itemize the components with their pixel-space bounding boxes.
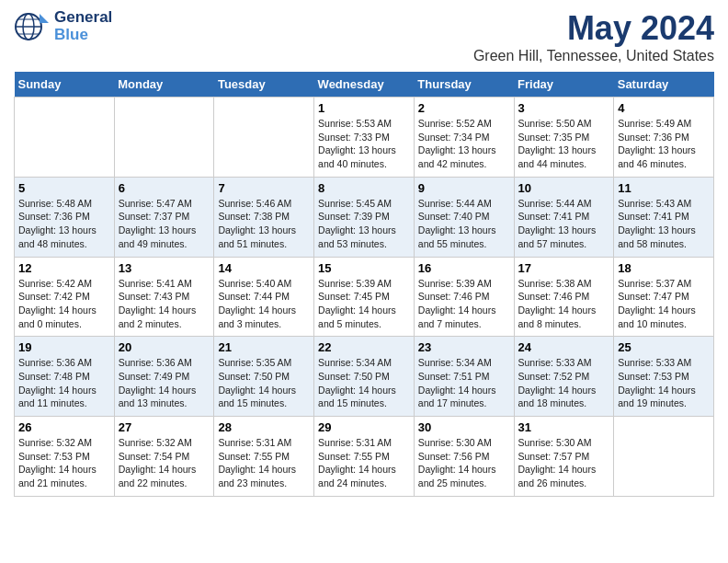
calendar-cell: 12Sunrise: 5:42 AM Sunset: 7:42 PM Dayli…: [15, 257, 115, 337]
day-number: 24: [518, 340, 610, 354]
day-number: 14: [218, 261, 310, 275]
calendar-cell: 16Sunrise: 5:39 AM Sunset: 7:46 PM Dayli…: [414, 257, 514, 337]
day-number: 28: [218, 420, 310, 434]
day-number: 20: [119, 340, 210, 354]
day-info: Sunrise: 5:31 AM Sunset: 7:55 PM Dayligh…: [318, 436, 410, 490]
day-number: 18: [618, 261, 710, 275]
day-info: Sunrise: 5:37 AM Sunset: 7:47 PM Dayligh…: [618, 277, 710, 331]
calendar-cell: 15Sunrise: 5:39 AM Sunset: 7:45 PM Dayli…: [314, 257, 415, 337]
calendar-cell: 13Sunrise: 5:41 AM Sunset: 7:43 PM Dayli…: [114, 257, 214, 337]
day-number: 1: [318, 101, 410, 115]
calendar-cell: [15, 98, 115, 178]
day-number: 16: [418, 261, 510, 275]
day-number: 12: [18, 261, 110, 275]
day-number: 17: [518, 261, 610, 275]
day-info: Sunrise: 5:32 AM Sunset: 7:53 PM Dayligh…: [18, 436, 110, 490]
day-number: 19: [18, 340, 110, 354]
calendar-cell: 19Sunrise: 5:36 AM Sunset: 7:48 PM Dayli…: [15, 337, 115, 417]
day-info: Sunrise: 5:42 AM Sunset: 7:42 PM Dayligh…: [18, 277, 110, 331]
calendar-cell: 1Sunrise: 5:53 AM Sunset: 7:33 PM Daylig…: [314, 98, 415, 178]
calendar-cell: 5Sunrise: 5:48 AM Sunset: 7:36 PM Daylig…: [15, 177, 115, 257]
calendar-cell: 14Sunrise: 5:40 AM Sunset: 7:44 PM Dayli…: [214, 257, 314, 337]
day-info: Sunrise: 5:43 AM Sunset: 7:41 PM Dayligh…: [618, 197, 710, 251]
day-info: Sunrise: 5:41 AM Sunset: 7:43 PM Dayligh…: [119, 277, 210, 331]
day-number: 25: [618, 340, 710, 354]
day-info: Sunrise: 5:32 AM Sunset: 7:54 PM Dayligh…: [119, 436, 210, 490]
calendar-cell: 8Sunrise: 5:45 AM Sunset: 7:39 PM Daylig…: [314, 177, 415, 257]
header-day-sunday: Sunday: [15, 72, 115, 98]
day-info: Sunrise: 5:38 AM Sunset: 7:46 PM Dayligh…: [518, 277, 610, 331]
week-row-4: 19Sunrise: 5:36 AM Sunset: 7:48 PM Dayli…: [15, 337, 714, 417]
day-info: Sunrise: 5:48 AM Sunset: 7:36 PM Dayligh…: [18, 197, 110, 251]
calendar-cell: [114, 98, 214, 178]
day-info: Sunrise: 5:46 AM Sunset: 7:38 PM Dayligh…: [218, 197, 310, 251]
calendar-cell: 28Sunrise: 5:31 AM Sunset: 7:55 PM Dayli…: [214, 417, 314, 497]
main-title: May 2024: [473, 9, 714, 48]
header-row: SundayMondayTuesdayWednesdayThursdayFrid…: [15, 72, 714, 98]
week-row-2: 5Sunrise: 5:48 AM Sunset: 7:36 PM Daylig…: [15, 177, 714, 257]
day-info: Sunrise: 5:33 AM Sunset: 7:52 PM Dayligh…: [518, 356, 610, 410]
calendar-cell: 6Sunrise: 5:47 AM Sunset: 7:37 PM Daylig…: [114, 177, 214, 257]
day-info: Sunrise: 5:47 AM Sunset: 7:37 PM Dayligh…: [119, 197, 210, 251]
calendar-cell: 4Sunrise: 5:49 AM Sunset: 7:36 PM Daylig…: [614, 98, 714, 178]
page-header: General Blue May 2024 Green Hill, Tennes…: [14, 9, 714, 64]
day-info: Sunrise: 5:44 AM Sunset: 7:40 PM Dayligh…: [418, 197, 510, 251]
day-number: 11: [618, 181, 710, 195]
logo-line2: Blue: [54, 27, 112, 44]
day-info: Sunrise: 5:39 AM Sunset: 7:45 PM Dayligh…: [318, 277, 410, 331]
week-row-3: 12Sunrise: 5:42 AM Sunset: 7:42 PM Dayli…: [15, 257, 714, 337]
day-number: 13: [119, 261, 210, 275]
subtitle: Green Hill, Tennessee, United States: [473, 48, 714, 64]
day-info: Sunrise: 5:52 AM Sunset: 7:34 PM Dayligh…: [418, 117, 510, 171]
calendar-cell: 11Sunrise: 5:43 AM Sunset: 7:41 PM Dayli…: [614, 177, 714, 257]
day-info: Sunrise: 5:40 AM Sunset: 7:44 PM Dayligh…: [218, 277, 310, 331]
day-number: 23: [418, 340, 510, 354]
day-number: 9: [418, 181, 510, 195]
header-day-wednesday: Wednesday: [314, 72, 415, 98]
calendar-cell: 22Sunrise: 5:34 AM Sunset: 7:50 PM Dayli…: [314, 337, 415, 417]
calendar-cell: 29Sunrise: 5:31 AM Sunset: 7:55 PM Dayli…: [314, 417, 415, 497]
day-info: Sunrise: 5:30 AM Sunset: 7:56 PM Dayligh…: [418, 436, 510, 490]
calendar-body: 1Sunrise: 5:53 AM Sunset: 7:33 PM Daylig…: [15, 98, 714, 497]
calendar-cell: 3Sunrise: 5:50 AM Sunset: 7:35 PM Daylig…: [514, 98, 614, 178]
day-info: Sunrise: 5:30 AM Sunset: 7:57 PM Dayligh…: [518, 436, 610, 490]
calendar-cell: 18Sunrise: 5:37 AM Sunset: 7:47 PM Dayli…: [614, 257, 714, 337]
day-number: 6: [119, 181, 210, 195]
day-number: 2: [418, 101, 510, 115]
header-day-friday: Friday: [514, 72, 614, 98]
calendar-cell: 24Sunrise: 5:33 AM Sunset: 7:52 PM Dayli…: [514, 337, 614, 417]
calendar-cell: [614, 417, 714, 497]
header-day-monday: Monday: [114, 72, 214, 98]
day-info: Sunrise: 5:44 AM Sunset: 7:41 PM Dayligh…: [518, 197, 610, 251]
header-day-saturday: Saturday: [614, 72, 714, 98]
calendar-cell: 17Sunrise: 5:38 AM Sunset: 7:46 PM Dayli…: [514, 257, 614, 337]
calendar-cell: 26Sunrise: 5:32 AM Sunset: 7:53 PM Dayli…: [15, 417, 115, 497]
calendar-cell: 20Sunrise: 5:36 AM Sunset: 7:49 PM Dayli…: [114, 337, 214, 417]
calendar-cell: 25Sunrise: 5:33 AM Sunset: 7:53 PM Dayli…: [614, 337, 714, 417]
header-day-thursday: Thursday: [414, 72, 514, 98]
day-info: Sunrise: 5:49 AM Sunset: 7:36 PM Dayligh…: [618, 117, 710, 171]
day-number: 10: [518, 181, 610, 195]
calendar-cell: 27Sunrise: 5:32 AM Sunset: 7:54 PM Dayli…: [114, 417, 214, 497]
calendar-header: SundayMondayTuesdayWednesdayThursdayFrid…: [15, 72, 714, 98]
day-number: 31: [518, 420, 610, 434]
day-info: Sunrise: 5:45 AM Sunset: 7:39 PM Dayligh…: [318, 197, 410, 251]
day-number: 3: [518, 101, 610, 115]
day-number: 29: [318, 420, 410, 434]
day-number: 26: [18, 420, 110, 434]
day-info: Sunrise: 5:35 AM Sunset: 7:50 PM Dayligh…: [218, 356, 310, 410]
day-number: 4: [618, 101, 710, 115]
day-info: Sunrise: 5:31 AM Sunset: 7:55 PM Dayligh…: [218, 436, 310, 490]
svg-marker-5: [40, 14, 49, 23]
calendar-cell: 7Sunrise: 5:46 AM Sunset: 7:38 PM Daylig…: [214, 177, 314, 257]
calendar-cell: 21Sunrise: 5:35 AM Sunset: 7:50 PM Dayli…: [214, 337, 314, 417]
day-info: Sunrise: 5:33 AM Sunset: 7:53 PM Dayligh…: [618, 356, 710, 410]
day-info: Sunrise: 5:34 AM Sunset: 7:50 PM Dayligh…: [318, 356, 410, 410]
day-number: 5: [18, 181, 110, 195]
week-row-5: 26Sunrise: 5:32 AM Sunset: 7:53 PM Dayli…: [15, 417, 714, 497]
day-number: 21: [218, 340, 310, 354]
header-day-tuesday: Tuesday: [214, 72, 314, 98]
calendar-cell: 10Sunrise: 5:44 AM Sunset: 7:41 PM Dayli…: [514, 177, 614, 257]
day-info: Sunrise: 5:53 AM Sunset: 7:33 PM Dayligh…: [318, 117, 410, 171]
day-number: 27: [119, 420, 210, 434]
